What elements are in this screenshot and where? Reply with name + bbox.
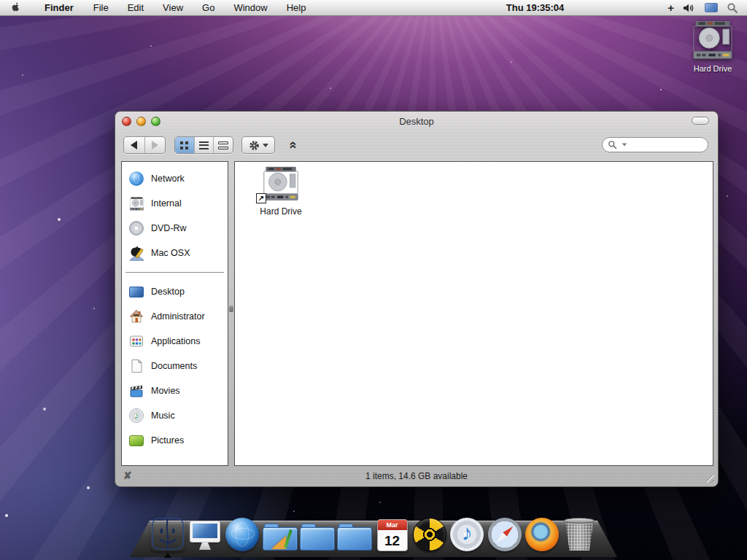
sidebar-item-dvd-rw[interactable]: DVD-Rw <box>122 216 228 241</box>
column-view-button[interactable] <box>213 137 233 153</box>
dock-item-applications[interactable] <box>262 515 298 551</box>
search-scope-chevron-icon <box>622 144 627 147</box>
display-icon <box>188 521 222 551</box>
list-view-button[interactable] <box>194 137 214 153</box>
list-view-icon <box>199 141 209 149</box>
file-item-hard-drive[interactable]: ↗ Hard Drive <box>249 166 312 217</box>
finder-window: Desktop » <box>115 111 719 487</box>
double-chevron-up-icon: » <box>284 141 300 149</box>
status-text: 1 items, 14.6 GB available <box>115 471 718 481</box>
toolbar: » <box>115 131 718 161</box>
up-button[interactable]: » <box>283 138 301 152</box>
menu-bar: Finder File Edit View Go Window Help Thu… <box>0 0 747 16</box>
menu-go[interactable]: Go <box>193 2 224 13</box>
menu-window[interactable]: Window <box>224 2 276 13</box>
status-bar: ✘ 1 items, 14.6 GB available <box>115 466 718 486</box>
hard-drive-icon <box>690 20 735 60</box>
forward-button[interactable] <box>144 137 166 153</box>
icon-view-button[interactable] <box>175 137 194 153</box>
back-arrow-icon <box>131 141 137 149</box>
splitter-grip-icon <box>229 306 233 312</box>
dock-item-network[interactable] <box>225 515 260 551</box>
column-view-icon <box>218 141 228 149</box>
sidebar-item-administrator[interactable]: Administrator <box>122 304 228 329</box>
apple-logo-icon <box>10 1 21 14</box>
file-view[interactable]: ↗ Hard Drive <box>234 161 713 466</box>
burn-icon <box>413 518 446 551</box>
menu-edit[interactable]: Edit <box>118 2 153 13</box>
file-item-label: Hard Drive <box>249 206 312 217</box>
movies-icon <box>129 384 144 398</box>
calendar-month: Mar <box>378 520 407 530</box>
menu-view[interactable]: View <box>153 2 193 13</box>
finder-icon <box>150 516 185 551</box>
hard-drive-alias-icon <box>261 166 301 201</box>
back-button[interactable] <box>124 137 144 153</box>
chevron-down-icon <box>263 144 268 147</box>
desktop-icon <box>129 287 144 298</box>
dock-item-safari[interactable] <box>487 515 522 551</box>
sidebar-item-applications[interactable]: Applications <box>122 329 228 354</box>
action-menu-button[interactable] <box>241 136 275 154</box>
window-title: Desktop <box>115 116 718 127</box>
volume-icon[interactable] <box>683 3 696 13</box>
internal-drive-icon <box>129 197 144 211</box>
search-field[interactable] <box>602 137 708 152</box>
dock-item-folder-1[interactable] <box>299 515 335 551</box>
network-globe-icon <box>129 171 144 186</box>
sidebar-item-pictures[interactable]: Pictures <box>122 428 228 453</box>
sidebar-item-mac-osx[interactable]: Mac OSX <box>122 241 228 265</box>
safari-icon <box>488 518 522 551</box>
dock-item-folder-2[interactable] <box>337 515 373 551</box>
applications-icon <box>129 334 144 349</box>
dock-item-display[interactable] <box>187 515 222 551</box>
icon-view-icon <box>180 141 188 149</box>
title-bar[interactable]: Desktop <box>115 112 718 131</box>
nav-buttons <box>123 136 166 154</box>
calendar-icon: Mar 12 <box>377 519 408 551</box>
menu-bar-clock[interactable]: Thu 19:35:04 <box>506 2 564 13</box>
magnifier-icon <box>608 140 617 149</box>
folder-icon <box>337 524 372 551</box>
home-icon <box>129 309 144 324</box>
sidebar-item-movies[interactable]: Movies <box>122 378 228 403</box>
music-icon: ♪ <box>129 408 144 423</box>
dock-item-burn[interactable] <box>411 515 447 551</box>
forward-arrow-icon <box>152 141 158 149</box>
menu-help[interactable]: Help <box>277 2 316 13</box>
dock-item-trash[interactable] <box>562 515 597 551</box>
dock-item-firefox[interactable] <box>524 515 560 551</box>
sidebar-item-internal[interactable]: Internal <box>122 191 228 216</box>
dock-item-calendar[interactable]: Mar 12 <box>374 515 410 551</box>
spotlight-search-icon[interactable] <box>727 2 738 14</box>
window-content: Network Internal DVD-Rw Mac OSX Des <box>115 161 718 466</box>
dock-item-finder[interactable] <box>150 515 185 551</box>
applications-folder-icon <box>263 524 298 551</box>
menu-file[interactable]: File <box>84 2 118 13</box>
sidebar-item-desktop[interactable]: Desktop <box>122 279 228 304</box>
alias-arrow-icon: ↗ <box>256 193 266 203</box>
calendar-day: 12 <box>378 530 407 551</box>
gear-icon <box>249 140 260 151</box>
view-mode-control <box>174 136 233 154</box>
sidebar-item-music[interactable]: ♪ Music <box>122 403 228 428</box>
itunes-icon: ♪ <box>450 518 484 551</box>
plus-icon[interactable]: + <box>667 1 674 14</box>
sidebar-item-documents[interactable]: Documents <box>122 354 228 378</box>
folder-icon <box>300 524 335 551</box>
network-globe-icon <box>225 518 259 551</box>
desktop-item-hard-drive[interactable]: Hard Drive <box>687 20 738 73</box>
active-app-indicator-icon <box>164 553 171 558</box>
sidebar-item-network[interactable]: Network <box>122 166 228 191</box>
firefox-icon <box>525 518 559 551</box>
sidebar-splitter[interactable] <box>228 161 234 466</box>
desktop-screen: Finder File Edit View Go Window Help Thu… <box>0 0 747 560</box>
dock: Mar 12 ♪ <box>0 510 747 557</box>
toolbar-toggle-button[interactable] <box>692 117 709 125</box>
dock-item-itunes[interactable]: ♪ <box>449 515 485 551</box>
apple-menu[interactable] <box>10 1 21 14</box>
keyboard-layout-icon[interactable] <box>705 3 718 12</box>
pictures-icon <box>129 435 144 446</box>
documents-icon <box>129 359 144 373</box>
menu-finder[interactable]: Finder <box>34 2 84 13</box>
